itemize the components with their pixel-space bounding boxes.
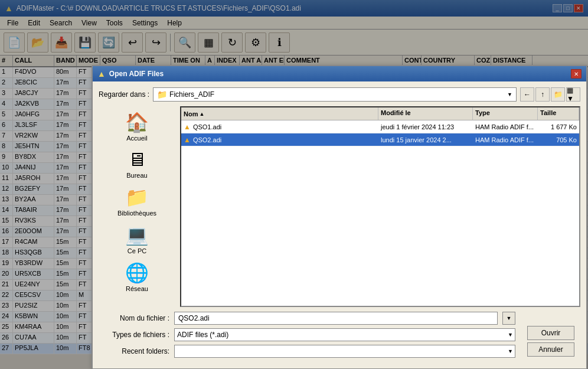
sidebar-loc-bureau[interactable]: 🖥Bureau [107, 146, 166, 181]
sidebar-label-0: Accueil [126, 135, 147, 142]
col-size[interactable]: Taille [538, 107, 579, 120]
nav-view-button[interactable]: ▦ ▼ [566, 87, 580, 102]
location-folder: Fichiers_ADIF [169, 90, 214, 99]
file-type: HAM Radio ADIF f... [473, 135, 538, 145]
sidebar-icon-1: 🖥 [128, 149, 146, 171]
open-adif-dialog: ▲ Open ADIF Files ✕ Regarder dans : 📁 Fi… [92, 65, 587, 369]
adif-file-icon: ▲ [184, 136, 191, 144]
file-modified: lundi 15 janvier 2024 2... [378, 135, 473, 145]
file-size: 705 Ko [538, 135, 579, 145]
dialog-close-button[interactable]: ✕ [571, 69, 582, 79]
location-path: 📁 Fichiers_ADIF ▼ [153, 87, 517, 102]
sidebar-loc-réseau[interactable]: 🌐Réseau [107, 259, 166, 295]
sidebar-label-4: Réseau [126, 285, 148, 292]
sort-arrow: ▲ [199, 111, 204, 117]
col-type[interactable]: Type [473, 107, 538, 120]
sidebar-loc-accueil[interactable]: 🏠Accueil [107, 109, 166, 144]
dropdown-arrow: ▼ [507, 92, 512, 97]
filetype-row: Types de fichiers : ADIF files (*.adi) [104, 328, 515, 341]
file-row[interactable]: ▲QSO1.adijeudi 1 février 2024 11:23HAM R… [181, 120, 579, 133]
filename-label: Nom du fichier : [104, 314, 169, 322]
file-pane: 🏠Accueil🖥Bureau📁Bibliothèques💻Ce PC🌐Rése… [99, 106, 580, 307]
sidebar-panel: 🏠Accueil🖥Bureau📁Bibliothèques💻Ce PC🌐Rése… [99, 106, 175, 307]
nav-folder-button[interactable]: 📁 [551, 87, 565, 102]
recent-label: Recent folders: [104, 347, 169, 355]
file-list-header: Nom ▲ Modifié le Type Taille [181, 107, 579, 120]
sidebar-icon-0: 🏠 [125, 111, 149, 133]
filetype-select-wrapper: ADIF files (*.adi) [174, 328, 515, 341]
folder-icon: 📁 [157, 90, 167, 99]
cancel-button[interactable]: Annuler [527, 342, 574, 357]
recent-row: Recent folders: [104, 345, 515, 358]
open-button[interactable]: Ouvrir [527, 326, 574, 340]
file-type: HAM Radio ADIF f... [473, 122, 538, 132]
sidebar-icon-2: 📁 [125, 186, 149, 208]
file-size: 1 677 Ko [538, 122, 579, 132]
col-modified[interactable]: Modifié le [378, 107, 473, 120]
file-name: ▲QSO2.adi [181, 135, 378, 145]
file-modified: jeudi 1 février 2024 11:23 [378, 122, 473, 132]
file-row[interactable]: ▲QSO2.adilundi 15 janvier 2024 2...HAM R… [181, 133, 579, 146]
adif-file-icon: ▲ [184, 123, 191, 131]
sidebar-loc-ce-pc[interactable]: 💻Ce PC [107, 221, 166, 257]
filetype-label: Types de fichiers : [104, 331, 169, 339]
nav-up-button[interactable]: ↑ [535, 87, 550, 102]
sidebar-loc-bibliothèques[interactable]: 📁Bibliothèques [107, 184, 166, 219]
col-name[interactable]: Nom ▲ [181, 107, 378, 120]
filename-row: Nom du fichier : ▼ [104, 312, 515, 325]
recent-select-wrapper [174, 345, 515, 358]
dialog-bottom-wrapper: Nom du fichier : ▼ Types de fichiers : A… [99, 307, 580, 363]
sidebar-label-3: Ce PC [128, 247, 146, 254]
file-list-area[interactable]: Nom ▲ Modifié le Type Taille ▲QSO1.adije… [180, 106, 580, 307]
dialog-actions: Ouvrir Annuler [527, 326, 574, 357]
file-name-text: QSO1.adi [193, 123, 221, 130]
location-label: Regarder dans : [99, 90, 149, 99]
sidebar-label-1: Bureau [126, 172, 147, 179]
sidebar-icon-4: 🌐 [125, 262, 149, 284]
dialog-titlebar: ▲ Open ADIF Files ✕ [93, 66, 586, 81]
dialog-icon: ▲ [97, 69, 106, 79]
filename-input[interactable] [174, 312, 498, 325]
dialog-body: Regarder dans : 📁 Fichiers_ADIF ▼ ← ↑ 📁 … [93, 81, 586, 368]
sidebar-label-2: Bibliothèques [117, 210, 156, 217]
file-name: ▲QSO1.adi [181, 122, 378, 132]
recent-select[interactable] [174, 345, 515, 358]
location-bar: Regarder dans : 📁 Fichiers_ADIF ▼ ← ↑ 📁 … [99, 87, 580, 102]
dialog-bottom: Nom du fichier : ▼ Types de fichiers : A… [99, 307, 521, 363]
dialog-title: ▲ Open ADIF Files [97, 69, 164, 79]
file-rows: ▲QSO1.adijeudi 1 février 2024 11:23HAM R… [181, 120, 579, 146]
filetype-select[interactable]: ADIF files (*.adi) [174, 328, 515, 341]
file-name-text: QSO2.adi [193, 136, 221, 143]
filename-dropdown-btn[interactable]: ▼ [502, 312, 515, 325]
nav-back-button[interactable]: ← [520, 87, 534, 102]
sidebar-icon-3: 💻 [125, 224, 149, 246]
location-nav: ← ↑ 📁 ▦ ▼ [520, 87, 580, 102]
